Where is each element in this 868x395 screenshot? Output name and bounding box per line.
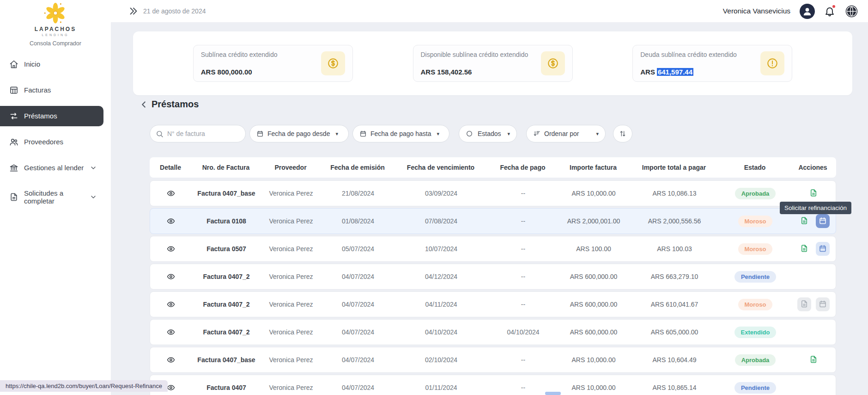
back-chevron-button[interactable] bbox=[139, 99, 149, 110]
invoice-number: Factura 0407_base bbox=[192, 356, 261, 364]
column-header: Detalle bbox=[150, 164, 191, 171]
column-header: Proveedor bbox=[261, 164, 321, 171]
card-amount: ARS 800,000.00 bbox=[201, 68, 278, 76]
total-amount: ARS 2,000,556.56 bbox=[628, 217, 721, 225]
console-label: Consola Comprador bbox=[0, 40, 111, 47]
provider-name: Veronica Perez bbox=[261, 273, 321, 280]
detail-eye-button[interactable] bbox=[165, 300, 176, 309]
sidebar-item-label: Inicio bbox=[24, 60, 40, 68]
detail-eye-button[interactable] bbox=[165, 217, 176, 225]
status-badge: Aprobada bbox=[735, 188, 776, 199]
chevron-down-icon: ▾ bbox=[437, 131, 440, 137]
invoices-icon bbox=[9, 86, 18, 95]
filter-label: Fecha de pago hasta bbox=[370, 130, 431, 137]
payment-date: -- bbox=[487, 273, 559, 280]
person-icon bbox=[802, 6, 813, 17]
sort-by-filter[interactable]: Ordenar por ▾ bbox=[526, 125, 606, 142]
invoice-amount: ARS 100.00 bbox=[559, 245, 628, 253]
issue-date: 21/08/2024 bbox=[321, 190, 395, 197]
refinance-tooltip: Solicitar refinanciación bbox=[780, 202, 851, 214]
notifications-button[interactable] bbox=[824, 6, 835, 17]
due-date: 07/08/2024 bbox=[395, 217, 487, 225]
eye-icon bbox=[165, 189, 176, 198]
states-filter[interactable]: Estados ▾ bbox=[459, 125, 517, 142]
payment-date: -- bbox=[487, 301, 559, 308]
summary-card-subline: Sublínea crédito extendido ARS 800,000.0… bbox=[193, 45, 353, 82]
provider-name: Veronica Perez bbox=[261, 356, 321, 364]
provider-name: Veronica Perez bbox=[261, 190, 321, 197]
total-amount: ARS 10,865.14 bbox=[628, 384, 721, 391]
request-refinance-button[interactable] bbox=[816, 242, 830, 256]
sidebar-item-inicio[interactable]: Inicio bbox=[0, 54, 103, 74]
detail-eye-button[interactable] bbox=[165, 189, 176, 198]
invoice-amount: ARS 600,000.00 bbox=[559, 328, 628, 336]
status-badge: Pendiente bbox=[734, 382, 776, 394]
detail-eye-button[interactable] bbox=[165, 356, 176, 364]
date-to-filter[interactable]: Fecha de pago hasta ▾ bbox=[352, 125, 449, 142]
invoice-document-button[interactable] bbox=[797, 242, 811, 256]
invoice-amount: ARS 10,000.00 bbox=[559, 356, 628, 364]
eye-icon bbox=[165, 328, 176, 336]
column-header: Nro. de Factura bbox=[191, 164, 261, 171]
detail-eye-button[interactable] bbox=[165, 245, 176, 253]
home-icon bbox=[9, 60, 18, 69]
invoice-number: Factura 0407 bbox=[192, 384, 261, 391]
date-from-filter[interactable]: Fecha de pago desde ▾ bbox=[249, 125, 349, 142]
due-date: 04/12/2024 bbox=[395, 273, 487, 280]
detail-eye-button[interactable] bbox=[165, 328, 176, 336]
sidebar-expand-button[interactable] bbox=[128, 6, 139, 16]
provider-name: Veronica Perez bbox=[261, 328, 321, 336]
eye-icon bbox=[165, 245, 176, 253]
sidebar-item-solicitudes-a-completar[interactable]: Solicitudes a completar bbox=[0, 184, 103, 210]
payment-date: -- bbox=[487, 245, 559, 253]
brand-name: LAPACHOS bbox=[0, 26, 111, 32]
invoice-search bbox=[150, 125, 246, 142]
invoice-amount: ARS 600,000.00 bbox=[559, 301, 628, 308]
invoice-search-input[interactable] bbox=[167, 130, 237, 137]
sort-direction-toggle[interactable] bbox=[613, 125, 632, 142]
eye-icon bbox=[165, 300, 176, 309]
loans-table: DetalleNro. de FacturaProveedorFecha de … bbox=[150, 157, 836, 395]
detail-eye-button[interactable] bbox=[165, 272, 176, 281]
invoice-document-button[interactable] bbox=[807, 353, 820, 367]
table-row: Factura 0407_baseVeronica Perez04/07/202… bbox=[150, 347, 836, 373]
chevron-down-icon: ▾ bbox=[335, 131, 338, 137]
brand-subtitle: LENDING bbox=[0, 33, 111, 37]
row-actions bbox=[790, 242, 837, 256]
total-amount: ARS 663,279.10 bbox=[628, 273, 721, 280]
payment-date: 04/10/2024 bbox=[487, 328, 559, 336]
sidebar-item-facturas[interactable]: Facturas bbox=[0, 80, 103, 100]
due-date: 04/11/2024 bbox=[395, 301, 487, 308]
sidebar-item-label: Facturas bbox=[24, 86, 51, 94]
total-amount: ARS 10,086.13 bbox=[628, 190, 721, 197]
eye-icon bbox=[165, 217, 176, 225]
total-amount: ARS 10,604.49 bbox=[628, 356, 721, 364]
card-amount: ARS641,597.44 bbox=[640, 68, 737, 76]
provider-name: Veronica Perez bbox=[261, 245, 321, 253]
calendar-icon bbox=[819, 244, 827, 254]
invoice-amount: ARS 600,000.00 bbox=[559, 273, 628, 280]
issue-date: 04/07/2024 bbox=[321, 273, 395, 280]
sidebar-item-gestiones-al-lender[interactable]: Gestiones al lender bbox=[0, 158, 103, 178]
sidebar-item-proveedores[interactable]: Proveedores bbox=[0, 132, 103, 152]
status-badge: Pendiente bbox=[734, 271, 776, 283]
invoice-document-button[interactable] bbox=[807, 186, 820, 200]
request-refinance-button[interactable] bbox=[816, 214, 830, 228]
sidebar-item-prestamos[interactable]: Préstamos bbox=[0, 106, 103, 126]
column-header: Importe factura bbox=[558, 164, 628, 171]
invoice-document-button[interactable] bbox=[797, 214, 811, 228]
calendar-icon bbox=[359, 130, 367, 137]
card-title: Deuda sublínea crédito extendido bbox=[640, 51, 737, 67]
language-globe-button[interactable] bbox=[844, 4, 859, 19]
main-content: Sublínea crédito extendido ARS 800,000.0… bbox=[111, 22, 868, 395]
issue-date: 04/07/2024 bbox=[321, 384, 395, 391]
provider-name: Veronica Perez bbox=[261, 301, 321, 308]
user-avatar-button[interactable] bbox=[800, 4, 815, 19]
horizontal-scrollbar-thumb[interactable] bbox=[545, 392, 561, 395]
filter-label: Ordenar por bbox=[544, 130, 590, 137]
doc-icon bbox=[809, 355, 818, 365]
eye-icon bbox=[165, 272, 176, 281]
issue-date: 05/07/2024 bbox=[321, 245, 395, 253]
page-heading: Préstamos bbox=[139, 99, 199, 110]
payment-date: -- bbox=[487, 217, 559, 225]
